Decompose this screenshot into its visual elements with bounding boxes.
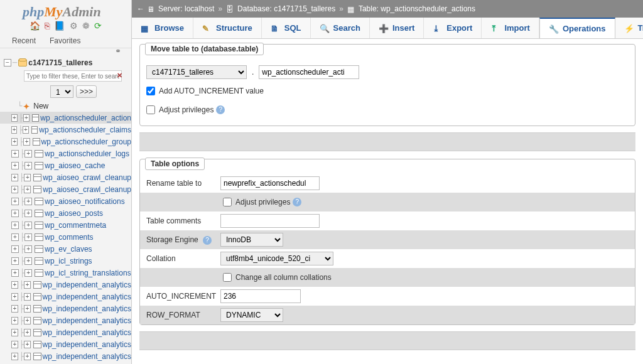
expand-icon[interactable]: + bbox=[11, 329, 18, 336]
collapse-root-icon[interactable]: − bbox=[4, 59, 11, 67]
tree-table-row[interactable]: +├+wp_independent_analytics bbox=[0, 302, 131, 314]
expand-icon[interactable]: + bbox=[24, 150, 32, 158]
move-db-select[interactable]: c1471715_talleres bbox=[146, 65, 247, 79]
expand-icon[interactable]: + bbox=[24, 341, 31, 348]
expand-icon[interactable]: + bbox=[23, 138, 30, 146]
expand-icon[interactable]: + bbox=[11, 281, 18, 289]
expand-icon[interactable]: + bbox=[11, 162, 19, 169]
tree-table-row[interactable]: +├+wp_aioseo_crawl_cleanup bbox=[0, 171, 131, 183]
options-adjust-label[interactable]: Adjust privileges bbox=[235, 198, 290, 206]
tab-export[interactable]: ⤓Export bbox=[424, 18, 482, 38]
tree-database[interactable]: c1471715_talleres bbox=[28, 58, 92, 67]
tree-table-row[interactable]: +├+wp_icl_string_translations bbox=[0, 267, 131, 279]
tab-browse[interactable]: ▦Browse bbox=[132, 18, 193, 38]
tree-table-row[interactable]: +├+wp_independent_analytics bbox=[0, 291, 131, 302]
tree-table-link[interactable]: wp_independent_analytics bbox=[43, 316, 131, 325]
expand-icon[interactable]: + bbox=[11, 305, 18, 313]
reload-icon[interactable]: ⟳ bbox=[94, 21, 102, 30]
expand-icon[interactable]: + bbox=[11, 269, 19, 277]
breadcrumb-table[interactable]: Table: wp_actionscheduler_actions bbox=[359, 4, 475, 13]
change-collations-label[interactable]: Change all column collations bbox=[235, 273, 332, 282]
theme-icon[interactable]: ❁ bbox=[82, 21, 90, 30]
tree-table-row[interactable]: +├+wp_independent_analytics bbox=[0, 326, 131, 338]
tree-table-row[interactable]: +├+wp_ev_claves bbox=[0, 243, 131, 255]
collation-select[interactable]: utf8mb4_unicode_520_ci bbox=[220, 252, 333, 265]
tree-table-row[interactable]: +├+wp_commentmeta bbox=[0, 219, 131, 231]
move-autoinc-check[interactable] bbox=[146, 87, 155, 95]
tab-operations[interactable]: 🔧Operations bbox=[539, 18, 615, 38]
tree-table-link[interactable]: wp_aioseo_crawl_cleanup bbox=[43, 185, 131, 194]
tree-next-page[interactable]: >>> bbox=[76, 85, 97, 98]
help-icon[interactable]: ? bbox=[293, 198, 301, 206]
breadcrumb-server[interactable]: Server: localhost bbox=[158, 4, 214, 13]
tab-sql[interactable]: 🗎SQL bbox=[262, 18, 311, 38]
expand-icon[interactable]: + bbox=[11, 174, 18, 181]
move-table-input[interactable] bbox=[259, 65, 359, 79]
tree-table-link[interactable]: wp_independent_analytics bbox=[43, 281, 131, 289]
tree-table-link[interactable]: wp_aioseo_notifications bbox=[45, 197, 124, 206]
expand-icon[interactable]: + bbox=[23, 114, 30, 122]
tree-table-link[interactable]: wp_comments bbox=[45, 233, 93, 242]
tree-table-link[interactable]: wp_independent_analytics bbox=[43, 292, 131, 301]
docs-icon[interactable]: 📘 bbox=[54, 21, 65, 30]
tree-table-link[interactable]: wp_independent_analytics bbox=[43, 304, 131, 313]
options-adjust-check[interactable] bbox=[223, 198, 232, 206]
expand-icon[interactable]: + bbox=[11, 138, 18, 146]
tab-triggers[interactable]: ⚡Triggers bbox=[615, 18, 643, 38]
autoinc-input[interactable] bbox=[220, 289, 301, 303]
engine-select[interactable]: InnoDB bbox=[220, 233, 283, 247]
expand-icon[interactable]: + bbox=[24, 210, 32, 217]
expand-icon[interactable]: + bbox=[11, 341, 18, 348]
tree-new[interactable]: New bbox=[33, 102, 48, 110]
settings-icon[interactable]: ⚙ bbox=[70, 21, 78, 30]
tree-table-link[interactable]: wp_actionscheduler_logs bbox=[45, 149, 129, 158]
tree-table-link[interactable]: wp_commentmeta bbox=[45, 221, 106, 230]
expand-icon[interactable]: + bbox=[24, 162, 32, 169]
change-collations-check[interactable] bbox=[223, 273, 232, 282]
tree-table-row[interactable]: +├+wp_icl_strings bbox=[0, 255, 131, 267]
tree-table-row[interactable]: +├+wp_aioseo_cache bbox=[0, 159, 131, 171]
expand-icon[interactable]: + bbox=[24, 329, 31, 336]
expand-icon[interactable]: + bbox=[24, 198, 32, 205]
logout-icon[interactable]: ⎘ bbox=[45, 21, 50, 30]
tree-table-link[interactable]: wp_aioseo_cache bbox=[45, 161, 105, 170]
expand-icon[interactable]: + bbox=[24, 317, 31, 324]
expand-icon[interactable]: + bbox=[24, 353, 31, 360]
move-autoinc-label[interactable]: Add AUTO_INCREMENT value bbox=[159, 87, 264, 95]
tab-import[interactable]: ⤒Import bbox=[482, 18, 539, 38]
tree-table-link[interactable]: wp_actionscheduler_group bbox=[41, 137, 131, 146]
expand-icon[interactable]: + bbox=[11, 198, 19, 205]
tree-table-row[interactable]: +├+wp_independent_analytics bbox=[0, 314, 131, 326]
expand-icon[interactable]: + bbox=[24, 305, 31, 313]
tab-insert[interactable]: ➕Insert bbox=[370, 18, 424, 38]
tree-filter-input[interactable] bbox=[24, 70, 122, 82]
tab-search[interactable]: 🔍Search bbox=[311, 18, 370, 38]
expand-icon[interactable]: + bbox=[23, 126, 28, 134]
tree-table-link[interactable]: wp_independent_analytics bbox=[43, 352, 131, 361]
tree-table-row[interactable]: +├+wp_actionscheduler_action bbox=[0, 112, 131, 124]
expand-icon[interactable]: + bbox=[24, 269, 32, 277]
tree-table-row[interactable]: +├+wp_actionscheduler_claims bbox=[0, 124, 131, 136]
tree-table-row[interactable]: +├+wp_independent_analytics bbox=[0, 350, 131, 362]
help-icon[interactable]: ? bbox=[203, 236, 212, 245]
expand-icon[interactable]: + bbox=[24, 293, 31, 301]
tree-table-link[interactable]: wp_actionscheduler_action bbox=[40, 114, 131, 122]
filter-clear-icon[interactable]: ✕ bbox=[117, 72, 122, 80]
expand-icon[interactable]: + bbox=[24, 257, 32, 265]
tree-table-row[interactable]: +├+wp_comments bbox=[0, 231, 131, 243]
tree-table-link[interactable]: wp_independent_analytics bbox=[43, 328, 131, 337]
expand-icon[interactable]: + bbox=[24, 245, 32, 253]
nav-tab-recent[interactable]: Recent bbox=[5, 33, 43, 48]
tree-table-row[interactable]: +├+wp_aioseo_notifications bbox=[0, 195, 131, 207]
expand-icon[interactable]: + bbox=[24, 174, 31, 181]
expand-icon[interactable]: + bbox=[11, 210, 19, 217]
expand-icon[interactable]: + bbox=[11, 186, 18, 193]
expand-icon[interactable]: + bbox=[11, 126, 17, 134]
expand-icon[interactable]: + bbox=[11, 150, 19, 158]
tree-table-link[interactable]: wp_icl_strings bbox=[45, 257, 92, 265]
expand-icon[interactable]: + bbox=[11, 257, 19, 265]
tree-table-link[interactable]: wp_actionscheduler_claims bbox=[39, 126, 131, 134]
expand-icon[interactable]: + bbox=[24, 222, 32, 229]
nav-tab-favorites[interactable]: Favorites bbox=[43, 33, 87, 48]
help-icon[interactable]: ? bbox=[216, 105, 225, 114]
